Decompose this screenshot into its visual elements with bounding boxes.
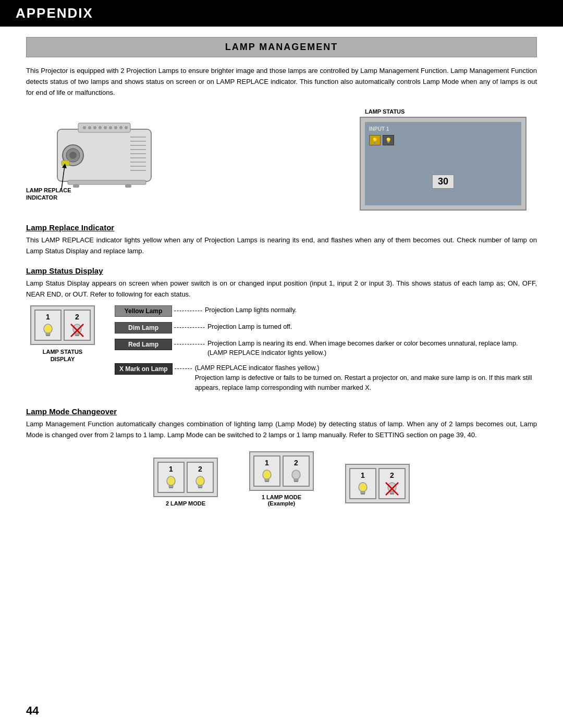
svg-rect-30 — [46, 335, 50, 336]
yellow-lamp-badge: Yellow Lamp — [115, 305, 172, 317]
lamp-status-display-heading: Lamp Status Display — [26, 266, 537, 275]
lamp-status-display-section: Lamp Status Display Lamp Status Display … — [26, 266, 537, 398]
intro-text: This Projector is equipped with 2 Projec… — [26, 66, 537, 98]
lamp-bulb-mode1-1-icon — [164, 475, 178, 490]
svg-point-22 — [69, 152, 77, 159]
svg-point-10 — [125, 126, 128, 129]
figure-projector: LAMP REPLACE INDICATOR — [26, 108, 224, 201]
lamp-mode-figure-3: 1 2 — [345, 464, 410, 507]
lamp-mode-changeover-text: Lamp Management Function automatically c… — [26, 419, 537, 441]
lamp-cell-mode3-1: 1 — [349, 468, 376, 499]
yellow-lamp-desc: Projection Lamp lights normally. — [205, 305, 537, 315]
lamp-icon-yellow: 💡 — [369, 135, 381, 145]
svg-rect-23 — [68, 180, 146, 184]
svg-rect-24 — [73, 184, 79, 188]
lamp-mode-figure-2: 1 2 — [249, 451, 314, 507]
dim-lamp-desc: Projection Lamp is turned off. — [207, 322, 537, 332]
yellow-lamp-dashes: ----------- — [172, 305, 205, 316]
svg-point-4 — [93, 126, 96, 129]
svg-rect-25 — [125, 184, 131, 188]
svg-rect-50 — [361, 493, 365, 495]
svg-rect-47 — [294, 480, 298, 482]
lamp-bulb-mode2-1-icon — [260, 469, 274, 484]
svg-point-3 — [88, 126, 91, 129]
lamp-status-display-label: LAMP STATUS DISPLAY — [43, 348, 82, 363]
svg-point-6 — [104, 126, 107, 129]
lamp-bulb-1-icon — [41, 323, 55, 338]
two-lamps-display-mode2: 1 2 — [249, 451, 314, 491]
lamp-number-mode3-2: 2 — [390, 471, 394, 479]
page-number: 44 — [26, 704, 39, 718]
status-indicators: Yellow Lamp ----------- Projection Lamp … — [115, 305, 537, 398]
svg-rect-26 — [62, 161, 69, 166]
svg-point-31 — [73, 324, 81, 334]
lamp-number-mode3-1: 1 — [361, 471, 365, 479]
svg-point-45 — [292, 470, 300, 479]
lamp-cell-1: 1 — [34, 310, 62, 341]
status-row-red: Red Lamp ------------ Projection Lamp is… — [115, 339, 537, 359]
dim-lamp-dashes: ------------ — [172, 322, 207, 332]
svg-rect-38 — [169, 487, 173, 488]
svg-point-28 — [44, 324, 52, 334]
lamp-cell-mode2-2: 2 — [283, 455, 310, 487]
svg-point-7 — [109, 126, 112, 129]
lamp-bulb-mode3-1-icon — [356, 482, 370, 496]
lamp-icon-dim: 💡 — [383, 135, 394, 145]
lamp-cell-mode3-2: 2 — [378, 468, 406, 499]
svg-point-2 — [83, 126, 86, 129]
lamp-replace-indicator-heading: Lamp Replace Indicator — [26, 223, 537, 232]
lamp-mode-changeover-section: Lamp Mode Changeover Lamp Management Fun… — [26, 407, 537, 507]
page-header: APPENDIX — [0, 0, 563, 27]
lamp-number-1: 1 — [46, 313, 50, 321]
lamp-number-mode2-1: 1 — [265, 459, 269, 467]
svg-point-9 — [119, 126, 123, 129]
red-lamp-dashes: ------------ — [172, 339, 207, 349]
svg-line-34 — [71, 324, 83, 337]
red-lamp-desc: Projection Lamp is nearing its end. When… — [207, 339, 537, 359]
svg-point-36 — [167, 476, 175, 486]
lamp-cell-mode2-1: 1 — [253, 455, 280, 487]
lamp-status-screen-inner: INPUT 1 💡 💡 — [365, 122, 521, 205]
svg-point-5 — [99, 126, 102, 129]
lamp-cell-mode1-2: 2 — [187, 462, 214, 493]
lamp-status-display-text: Lamp Status Display appears on screen wh… — [26, 278, 537, 300]
figure-lamp-status: LAMP STATUS INPUT 1 💡 💡 — [360, 108, 537, 211]
two-lamps-display: 1 2 — [30, 305, 95, 345]
lamp-status-display-figure: 1 2 — [26, 305, 99, 363]
status-row-dim: Dim Lamp ------------ Projection Lamp is… — [115, 322, 537, 334]
lamp-bulb-2-icon — [70, 323, 84, 338]
svg-rect-44 — [265, 480, 269, 482]
dim-lamp-badge: Dim Lamp — [115, 322, 172, 334]
svg-rect-32 — [75, 333, 79, 335]
svg-line-35 — [71, 324, 83, 337]
lamp-cell-mode1-1: 1 — [157, 462, 185, 493]
lamp-number-mode1-2: 2 — [198, 465, 202, 473]
input-label-display: INPUT 1 — [369, 126, 517, 132]
lamp-status-section: 1 2 — [26, 305, 537, 398]
svg-rect-41 — [198, 487, 202, 488]
status-row-yellow: Yellow Lamp ----------- Projection Lamp … — [115, 305, 537, 317]
section-title: LAMP MANAGEMENT — [225, 42, 338, 52]
header-title: APPENDIX — [16, 5, 93, 21]
lamp-replace-indicator-label: LAMP REPLACE INDICATOR — [26, 187, 71, 202]
two-lamps-display-mode3: 1 2 — [345, 464, 410, 503]
red-lamp-badge: Red Lamp — [115, 339, 172, 350]
svg-point-51 — [388, 483, 396, 492]
lamp-mode-changeover-heading: Lamp Mode Changeover — [26, 407, 537, 416]
lamp-mode-figure-2-label: 1 LAMP MODE (Example) — [262, 494, 301, 507]
lamp-replace-indicator-text: This LAMP REPLACE indicator lights yello… — [26, 235, 537, 257]
svg-point-39 — [196, 476, 204, 486]
lamp-number-2: 2 — [75, 313, 79, 321]
xmark-lamp-badge: X Mark on Lamp — [115, 363, 173, 375]
lamp-bulb-mode3-2-icon — [385, 482, 399, 496]
lamp-mode-figure-1-label: 2 LAMP MODE — [166, 500, 205, 507]
xmark-lamp-desc: (LAMP REPLACE indicator flashes yellow.)… — [195, 363, 537, 392]
main-content: LAMP MANAGEMENT This Projector is equipp… — [0, 27, 563, 533]
lamp-mode-figure-1: 1 2 — [153, 458, 218, 507]
figures-row: LAMP REPLACE INDICATOR LAMP STATUS INPUT… — [26, 108, 537, 211]
lamp-bulb-mode1-2-icon — [193, 475, 207, 490]
lamp-cell-2: 2 — [64, 310, 91, 341]
lamp-bulb-mode2-2-icon — [289, 469, 303, 484]
xmark-lamp-dashes: ------- — [173, 363, 195, 374]
status-row-xmark: X Mark on Lamp ------- (LAMP REPLACE ind… — [115, 363, 537, 392]
